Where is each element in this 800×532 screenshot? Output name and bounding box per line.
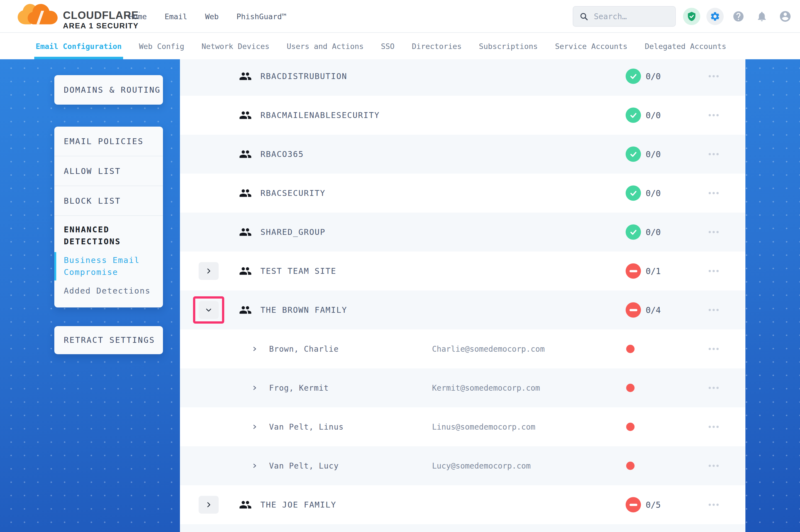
help-icon[interactable] — [730, 8, 747, 25]
group-icon — [239, 187, 252, 200]
member-row: Van Pelt, Lucy Lucy@somedemocorp.com — [180, 446, 745, 485]
group-icon — [239, 70, 252, 83]
search-box[interactable] — [573, 6, 676, 27]
sidebar-item-business-email-compromise[interactable]: Business Email Compromise — [64, 254, 153, 278]
member-email: Lucy@somedemocorp.com — [432, 461, 531, 471]
sidebar-item-allow-list[interactable]: ALLOW LIST — [54, 156, 163, 186]
status-badge — [625, 497, 641, 513]
tab-subscriptions[interactable]: Subscriptions — [479, 33, 538, 59]
group-name: RBACSECURITY — [260, 188, 326, 198]
group-icon — [239, 304, 252, 316]
header-icons — [683, 0, 794, 33]
row-actions-menu[interactable] — [705, 304, 723, 316]
group-row: SHARED_GROUP 0/0 — [180, 213, 745, 251]
row-actions-menu[interactable] — [705, 343, 723, 355]
tab-directories[interactable]: Directories — [412, 33, 461, 59]
cloudflare-cloud-icon — [16, 3, 61, 27]
member-email: Linus@somedemocorp.com — [432, 422, 535, 432]
status-badge — [625, 108, 641, 123]
group-name: RBACMAILENABLESECURITY — [260, 111, 380, 120]
tab-delegated-accounts[interactable]: Delegated Accounts — [645, 33, 726, 59]
group-icon — [239, 226, 252, 239]
status-count: 0/0 — [646, 149, 661, 159]
group-name: THE JOE FAMILY — [260, 500, 336, 510]
expand-toggle-button[interactable] — [199, 262, 219, 280]
expand-toggle-button[interactable] — [199, 301, 219, 319]
status-badge — [625, 147, 641, 162]
status-count: 0/0 — [646, 188, 661, 198]
group-name: RBACO365 — [260, 149, 304, 159]
member-name: Brown, Charlie — [269, 344, 339, 354]
status-badge — [625, 225, 641, 240]
group-icon — [239, 265, 252, 278]
status-badge — [625, 69, 641, 84]
nav-web[interactable]: Web — [205, 12, 219, 21]
status-count: 0/5 — [646, 500, 661, 510]
chevron-right-icon[interactable] — [251, 462, 258, 469]
tab-users-and-actions[interactable]: Users and Actions — [287, 33, 364, 59]
enhanced-detections-section: ENHANCED DETECTIONS Business Email Compr… — [54, 216, 163, 297]
sidebar-item-domains-routing[interactable]: DOMAINS & ROUTING — [54, 75, 163, 104]
row-actions-menu[interactable] — [705, 227, 723, 238]
status-count: 0/0 — [646, 111, 661, 120]
tab-web-config[interactable]: Web Config — [139, 33, 184, 59]
status-badge — [625, 186, 641, 201]
status-dot — [626, 345, 635, 353]
row-actions-menu[interactable] — [705, 499, 723, 510]
row-actions-menu[interactable] — [705, 71, 723, 82]
row-actions-menu[interactable] — [705, 265, 723, 277]
group-icon — [239, 148, 252, 160]
member-email: Charlie@somedemocorp.com — [432, 344, 545, 354]
nav-phishguard[interactable]: PhishGuard™ — [236, 12, 286, 21]
search-icon — [579, 12, 588, 21]
sidebar-item-email-policies[interactable]: EMAIL POLICIES — [54, 127, 163, 156]
tab-network-devices[interactable]: Network Devices — [201, 33, 269, 59]
table-row-partial — [180, 524, 745, 532]
row-actions-menu[interactable] — [705, 421, 723, 432]
notifications-bell-icon[interactable] — [753, 8, 770, 25]
status-badge — [625, 264, 641, 279]
group-row: TEST TEAM SITE 0/1 — [180, 251, 745, 290]
nav-home[interactable]: Home — [129, 12, 147, 21]
page: CLOUDFLARE’ AREA 1 SECURITY HomeEmailWeb… — [0, 0, 800, 532]
minus-icon — [630, 270, 637, 272]
enhanced-detections-title: ENHANCED DETECTIONS — [64, 224, 153, 248]
chevron-right-icon[interactable] — [251, 423, 258, 430]
sidebar-item-block-list[interactable]: BLOCK LIST — [54, 186, 163, 216]
status-dot — [626, 423, 635, 431]
member-email: Kermit@somedemocorp.com — [432, 383, 540, 393]
group-icon — [239, 109, 252, 121]
row-actions-menu[interactable] — [705, 110, 723, 121]
tab-service-accounts[interactable]: Service Accounts — [555, 33, 628, 59]
chevron-right-icon[interactable] — [251, 346, 258, 352]
minus-icon — [630, 504, 637, 506]
top-header: CLOUDFLARE’ AREA 1 SECURITY HomeEmailWeb… — [0, 0, 800, 33]
tab-email-configuration[interactable]: Email Configuration — [36, 33, 122, 59]
row-actions-menu[interactable] — [705, 188, 723, 199]
group-name: THE BROWN FAMILY — [260, 305, 347, 315]
cloudflare-logo: CLOUDFLARE’ AREA 1 SECURITY — [16, 3, 140, 30]
group-name: TEST TEAM SITE — [260, 266, 336, 276]
group-row: RBACMAILENABLESECURITY 0/0 — [180, 96, 745, 135]
expand-toggle-button[interactable] — [199, 496, 219, 514]
group-row: THE BROWN FAMILY 0/4 — [180, 290, 745, 329]
shield-check-icon[interactable] — [683, 8, 700, 25]
row-actions-menu[interactable] — [705, 382, 723, 394]
sidebar-item-added-detections[interactable]: Added Detections — [64, 285, 153, 297]
status-count: 0/4 — [646, 305, 661, 315]
sidebar-item-retract-settings[interactable]: RETRACT SETTINGS — [54, 326, 163, 354]
member-name: Frog, Kermit — [269, 383, 329, 393]
row-actions-menu[interactable] — [705, 149, 723, 160]
group-name: RBACDISTRUBUTION — [260, 72, 347, 81]
row-actions-menu[interactable] — [705, 460, 723, 471]
chevron-right-icon[interactable] — [251, 384, 258, 391]
group-icon — [239, 498, 252, 511]
nav-email[interactable]: Email — [165, 12, 187, 21]
search-input[interactable] — [594, 12, 669, 21]
groups-table-panel: RBACDISTRUBUTION 0/0 RBACMAILENABLESECUR… — [180, 59, 745, 532]
account-icon[interactable] — [777, 8, 794, 25]
settings-gear-icon[interactable] — [706, 8, 724, 25]
member-row: Brown, Charlie Charlie@somedemocorp.com — [180, 329, 745, 368]
group-row: THE JOE FAMILY 0/5 — [180, 485, 745, 524]
tab-sso[interactable]: SSO — [381, 33, 395, 59]
